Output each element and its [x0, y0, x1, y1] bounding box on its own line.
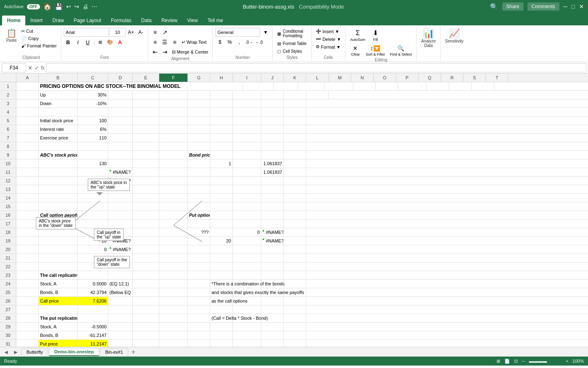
fill-color-btn[interactable]: 🎨: [106, 38, 115, 47]
cell-C28[interactable]: [78, 314, 108, 322]
cell-H24[interactable]: *There is a combination of the bonds: [210, 280, 233, 288]
cell-K20[interactable]: [284, 245, 306, 254]
cell-H2[interactable]: [210, 91, 233, 99]
row-num-7[interactable]: 7: [0, 134, 16, 142]
cell-B15[interactable]: [39, 202, 78, 211]
cell-D6[interactable]: [108, 125, 133, 133]
cell-E16[interactable]: [133, 211, 159, 219]
cell-J21[interactable]: [261, 254, 284, 262]
cell-J4[interactable]: [261, 108, 284, 116]
font-color-btn[interactable]: A: [116, 38, 125, 47]
cell-B17[interactable]: [39, 220, 78, 228]
cell-I8[interactable]: [233, 142, 261, 150]
cell-reference-input[interactable]: [2, 63, 26, 72]
cell-H23[interactable]: [210, 271, 233, 279]
row-num-25[interactable]: 25: [0, 288, 16, 296]
cell-J30[interactable]: [261, 331, 284, 339]
cell-L1[interactable]: [472, 82, 494, 90]
tab-demo-bin-onestep[interactable]: Demo-bin-onestep: [49, 348, 99, 356]
cell-A6[interactable]: [16, 125, 39, 133]
cell-K17[interactable]: [284, 220, 306, 228]
cell-K18[interactable]: [284, 228, 306, 236]
cell-A10[interactable]: [16, 159, 39, 168]
cell-D29[interactable]: [108, 323, 133, 331]
cell-B9[interactable]: ABC's stock price: [39, 151, 78, 159]
decrease-decimal-btn[interactable]: .0→: [245, 38, 254, 47]
cell-K31[interactable]: [284, 340, 306, 347]
cell-E26[interactable]: [133, 297, 159, 305]
tab-insert[interactable]: Insert: [25, 16, 47, 25]
row-num-26[interactable]: 26: [0, 297, 16, 305]
cell-B27[interactable]: [39, 305, 78, 314]
col-header-D[interactable]: D: [108, 74, 133, 82]
cell-D2[interactable]: [108, 91, 133, 99]
print-icon[interactable]: 🖨: [82, 3, 88, 10]
row-num-30[interactable]: 30: [0, 331, 16, 339]
cell-K11[interactable]: [284, 168, 306, 176]
col-header-Q[interactable]: Q: [419, 74, 441, 82]
cell-A18[interactable]: [16, 228, 39, 236]
cell-F2[interactable]: [159, 91, 188, 99]
cell-A29[interactable]: [16, 323, 39, 331]
cell-I17[interactable]: [233, 220, 261, 228]
cell-B1[interactable]: PRICING OPTIONS ON ABC STOCK--THE BINOMI…: [39, 82, 243, 90]
cell-G14[interactable]: [188, 194, 210, 202]
cell-E9[interactable]: [133, 151, 159, 159]
col-header-E[interactable]: E: [133, 74, 159, 82]
cell-C25[interactable]: 42.3794: [78, 288, 108, 296]
cell-D25[interactable]: (Below EQ 12.1): [108, 288, 133, 296]
add-sheet-btn[interactable]: +: [129, 348, 138, 356]
cell-I14[interactable]: [233, 194, 261, 202]
cell-G2[interactable]: [188, 91, 210, 99]
shrink-font-btn[interactable]: A-: [136, 28, 145, 37]
cell-J11[interactable]: 1.061837: [261, 168, 284, 176]
share-btn[interactable]: Share: [502, 2, 523, 11]
cell-C13[interactable]: [78, 185, 108, 193]
cell-G6[interactable]: [188, 125, 210, 133]
col-header-H[interactable]: H: [210, 74, 233, 82]
cell-F3[interactable]: [159, 99, 188, 108]
tab-formulas[interactable]: Formulas: [106, 16, 136, 25]
accounting-btn[interactable]: $: [215, 38, 224, 47]
cell-K21[interactable]: [284, 254, 306, 262]
align-right-btn[interactable]: ≡: [170, 38, 179, 47]
cell-I25[interactable]: [233, 288, 261, 296]
cell-I31[interactable]: [233, 340, 261, 347]
prev-sheet-btn[interactable]: ◄: [2, 348, 11, 356]
save-icon[interactable]: 💾: [55, 3, 63, 11]
cell-G18[interactable]: ???: [188, 228, 210, 236]
cell-B20[interactable]: [39, 245, 78, 254]
cell-G19[interactable]: [188, 237, 210, 245]
cell-K2[interactable]: [284, 91, 306, 99]
cell-D31[interactable]: [108, 340, 133, 347]
cell-A19[interactable]: [16, 237, 39, 245]
tab-page-layout[interactable]: Page Layout: [69, 16, 106, 25]
cell-F5[interactable]: [159, 117, 188, 125]
cell-E25[interactable]: [133, 288, 159, 296]
cell-E17[interactable]: [133, 220, 159, 228]
cell-C31[interactable]: 11.2147: [78, 340, 108, 347]
more-btn[interactable]: ⋯: [91, 3, 97, 10]
cell-F9[interactable]: [159, 151, 188, 159]
cell-I19[interactable]: [233, 237, 261, 245]
cell-K28[interactable]: [284, 314, 306, 322]
row-num-13[interactable]: 13: [0, 185, 16, 193]
cell-J29[interactable]: [261, 323, 284, 331]
cell-I1[interactable]: [398, 82, 427, 90]
cell-E24[interactable]: [133, 280, 159, 288]
cell-C14[interactable]: [78, 194, 108, 202]
cell-B18[interactable]: [39, 228, 78, 236]
row-num-27[interactable]: 27: [0, 305, 16, 314]
cell-D22[interactable]: [108, 263, 133, 271]
grow-font-btn[interactable]: A+: [127, 28, 136, 37]
search-icon[interactable]: 🔍: [490, 3, 498, 11]
cell-D17[interactable]: [108, 220, 133, 228]
cell-E5[interactable]: [133, 117, 159, 125]
cell-D23[interactable]: [108, 271, 133, 279]
cell-C6[interactable]: 6%: [78, 125, 108, 133]
cell-B4[interactable]: [39, 108, 78, 116]
cell-J26[interactable]: [261, 297, 284, 305]
cell-B22[interactable]: [39, 263, 78, 271]
col-header-K[interactable]: K: [284, 74, 306, 82]
cell-A11[interactable]: [16, 168, 39, 176]
